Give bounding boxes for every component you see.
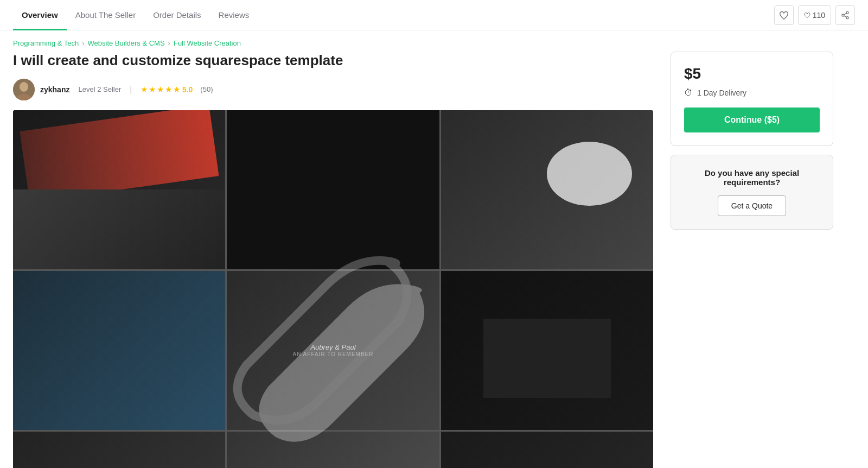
get-quote-button[interactable]: Get a Quote	[718, 195, 786, 216]
review-count: (50)	[200, 85, 213, 93]
svg-point-1	[842, 14, 844, 16]
tab-reviews[interactable]: Reviews	[210, 1, 258, 30]
heart-button[interactable]	[774, 5, 794, 25]
breadcrumb-sep-2: ›	[168, 39, 170, 47]
grid-label-aubrey: Aubrey & Paul	[292, 343, 373, 351]
delivery-row: ⏱ 1 Day Delivery	[684, 88, 820, 98]
seller-divider: |	[130, 85, 132, 94]
star-rating: ★ ★ ★ ★ ★ 5.0	[141, 85, 193, 94]
like-number: 110	[813, 11, 825, 20]
tab-order-details[interactable]: Order Details	[144, 1, 209, 30]
svg-point-6	[20, 82, 28, 92]
seller-row: zykhanz Level 2 Seller | ★ ★ ★ ★ ★ 5.0 (…	[13, 79, 653, 100]
breadcrumb-sep-1: ›	[82, 39, 84, 47]
nav-tabs: Overview About The Seller Order Details …	[13, 0, 258, 30]
grid-cell-4	[13, 271, 225, 430]
grid-cell-2	[227, 110, 439, 269]
grid-cell-7	[13, 432, 225, 468]
seller-level: Level 2 Seller	[78, 85, 121, 93]
breadcrumb: Programming & Tech › Website Builders & …	[0, 30, 868, 52]
seller-username[interactable]: zykhanz	[40, 85, 69, 94]
price-amount: $5	[684, 65, 820, 83]
share-icon	[841, 11, 850, 20]
grid-cell-1	[13, 110, 225, 269]
svg-line-4	[844, 13, 847, 15]
svg-line-3	[844, 16, 847, 17]
star-5: ★	[173, 85, 180, 94]
svg-point-2	[846, 16, 848, 18]
share-button[interactable]	[835, 5, 855, 25]
star-1: ★	[141, 85, 148, 94]
clock-icon: ⏱	[684, 88, 693, 98]
nav-actions: 110	[774, 5, 855, 25]
star-4: ★	[165, 85, 172, 94]
rating-number: 5.0	[182, 85, 193, 94]
main-layout: I will create and customize squarespace …	[0, 52, 846, 468]
gig-title: I will create and customize squarespace …	[13, 52, 653, 70]
grid-cell-5: Aubrey & Paul AN AFFAIR TO REMEMBER	[227, 271, 439, 430]
delivery-text: 1 Day Delivery	[697, 88, 746, 97]
like-count-display: 110	[798, 5, 831, 25]
tab-overview[interactable]: Overview	[13, 1, 67, 30]
svg-point-0	[846, 11, 848, 14]
like-icon	[804, 12, 810, 18]
seller-avatar[interactable]	[13, 79, 35, 100]
image-grid: Aubrey & Paul AN AFFAIR TO REMEMBER TRO	[13, 110, 653, 468]
breadcrumb-programming-tech[interactable]: Programming & Tech	[13, 39, 79, 47]
left-column: I will create and customize squarespace …	[13, 52, 653, 468]
top-navigation: Overview About The Seller Order Details …	[0, 0, 868, 30]
breadcrumb-website-builders[interactable]: Website Builders & CMS	[88, 39, 165, 47]
price-panel: $5 ⏱ 1 Day Delivery Continue ($5)	[671, 52, 833, 146]
right-column: $5 ⏱ 1 Day Delivery Continue ($5) Do you…	[671, 52, 833, 468]
quote-question: Do you have any special requirements?	[684, 168, 820, 187]
tab-about-seller[interactable]: About The Seller	[67, 1, 144, 30]
breadcrumb-full-website[interactable]: Full Website Creation	[174, 39, 241, 47]
star-2: ★	[149, 85, 156, 94]
grid-cell-9	[441, 432, 653, 468]
grid-sublabel: AN AFFAIR TO REMEMBER	[292, 351, 373, 357]
grid-cell-3	[441, 110, 653, 269]
continue-button[interactable]: Continue ($5)	[684, 107, 820, 132]
main-image[interactable]: Aubrey & Paul AN AFFAIR TO REMEMBER TRO	[13, 110, 653, 468]
grid-cell-8: TROMBONE SHORTY	[227, 432, 439, 468]
quote-panel: Do you have any special requirements? Ge…	[671, 155, 833, 230]
grid-cell-6	[441, 271, 653, 430]
star-3: ★	[157, 85, 164, 94]
